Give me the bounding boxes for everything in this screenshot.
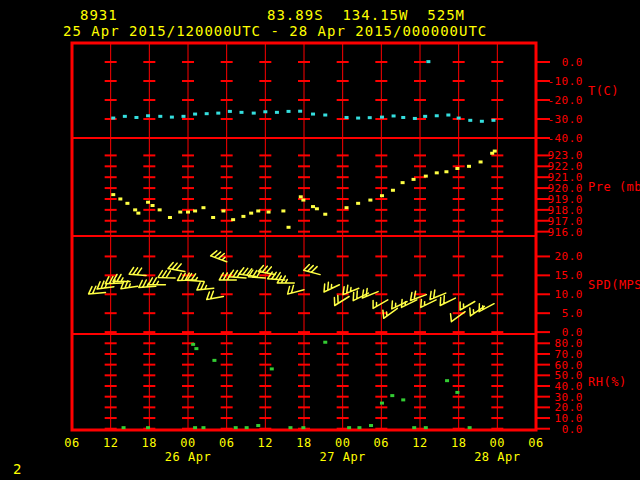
pressure-tick-label: 916.0 bbox=[547, 226, 583, 239]
hour-label: 06 bbox=[219, 436, 234, 450]
humidity-axis: 80.070.060.050.040.030.020.010.00.0RH(%) bbox=[536, 337, 627, 435]
hour-label: 18 bbox=[142, 436, 157, 450]
wind_speed-unit-label: SPD(MPS) bbox=[588, 278, 640, 292]
temperature-tick-label: -20.0 bbox=[547, 94, 583, 107]
wind_speed-axis: 20.015.010.05.00.0SPD(MPS) bbox=[536, 250, 640, 339]
temperature-tick-label: 0.0 bbox=[562, 56, 583, 69]
temperature-tick-label: -40.0 bbox=[547, 132, 583, 145]
hour-label: 12 bbox=[412, 436, 427, 450]
meteogram-chart: 0.0-10.0-20.0-30.0-40.0T(C)923.0922.0921… bbox=[0, 0, 640, 480]
humidity-unit-label: RH(%) bbox=[588, 375, 627, 389]
humidity-tick-label: 0.0 bbox=[562, 423, 583, 436]
x-axis-labels: 0612180006121800061218000626 Apr27 Apr28… bbox=[64, 436, 543, 464]
hour-label: 06 bbox=[528, 436, 543, 450]
pressure-axis: 923.0922.0921.0920.0919.0918.0917.0916.0… bbox=[536, 149, 640, 238]
pressure-unit-label: Pre (mb) bbox=[588, 180, 640, 194]
wind_speed-tick-label: 20.0 bbox=[555, 250, 584, 263]
hour-label: 00 bbox=[490, 436, 505, 450]
temperature-tick-label: -10.0 bbox=[547, 75, 583, 88]
hour-label: 18 bbox=[296, 436, 311, 450]
page-number: 2 bbox=[13, 462, 22, 476]
temperature-series bbox=[111, 60, 495, 123]
hour-label: 00 bbox=[180, 436, 195, 450]
hour-label: 06 bbox=[374, 436, 389, 450]
hour-label: 12 bbox=[258, 436, 273, 450]
hour-label: 00 bbox=[335, 436, 350, 450]
hour-label: 12 bbox=[103, 436, 118, 450]
hour-label: 18 bbox=[451, 436, 466, 450]
wind_speed-tick-label: 10.0 bbox=[555, 288, 584, 301]
date-label: 27 Apr bbox=[319, 450, 365, 464]
temperature-unit-label: T(C) bbox=[588, 84, 619, 98]
wind_speed-tick-label: 5.0 bbox=[562, 307, 583, 320]
date-label: 28 Apr bbox=[474, 450, 520, 464]
hour-label: 06 bbox=[64, 436, 79, 450]
temperature-axis: 0.0-10.0-20.0-30.0-40.0T(C) bbox=[536, 56, 619, 145]
temperature-tick-label: -30.0 bbox=[547, 113, 583, 126]
wind_speed-tick-label: 15.0 bbox=[555, 269, 584, 282]
date-label: 26 Apr bbox=[165, 450, 211, 464]
